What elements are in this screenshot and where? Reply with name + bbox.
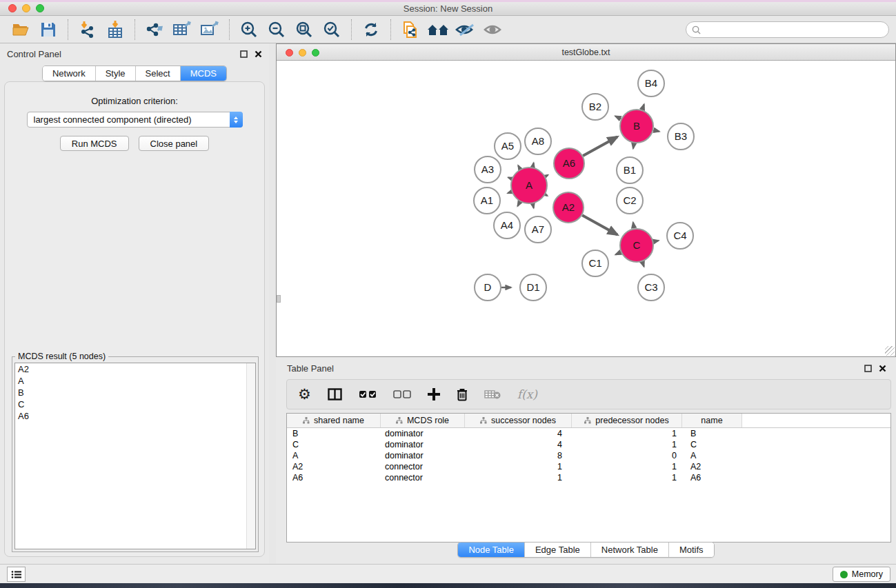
graph-node-A8[interactable]: A8 [525,128,551,154]
graph-edge-B-B3[interactable] [653,130,659,132]
zoom-fit-button[interactable] [290,18,318,41]
column-header-name[interactable]: name [682,414,742,427]
graph-edge-C-C3[interactable] [642,262,644,267]
graph-node-A1[interactable]: A1 [474,187,500,214]
graph-edge-A-A6[interactable] [546,175,548,176]
graph-edge-A-A3[interactable] [508,177,512,179]
graph-node-D1[interactable]: D1 [520,274,546,301]
tab-edge-table[interactable]: Edge Table [525,543,591,557]
column-header-MCDS-role[interactable]: MCDS role [381,414,465,427]
graph-edge-A-A8[interactable] [532,163,533,167]
window-resize-grip[interactable] [885,346,895,356]
unselect-all-columns-icon[interactable] [393,390,411,398]
graph-node-C2[interactable]: C2 [617,187,643,214]
graph-node-B2[interactable]: B2 [582,94,608,120]
graph-node-D[interactable]: D [475,274,501,301]
graph-node-A[interactable]: A [511,168,547,203]
result-list-item[interactable]: C [15,398,255,410]
table-row[interactable]: A2connector11A2 [287,461,890,472]
result-list-item[interactable]: A2 [15,363,255,375]
result-list-item[interactable]: B [15,387,255,398]
graph-edge-A-A1[interactable] [508,192,511,193]
criterion-dropdown[interactable]: largest connected component (directed) [27,112,243,128]
refresh-button[interactable] [357,18,385,41]
network-graph[interactable]: B4B2BB3B1C2A5A8A6A3AA1A2A4A7CC4C1C3DD1 [277,61,895,356]
table-row[interactable]: Adominator80A [287,450,890,461]
delete-column-icon[interactable] [457,388,468,401]
graph-edge-B-B1[interactable] [633,143,634,149]
graph-node-C4[interactable]: C4 [667,223,693,249]
table-row[interactable]: Cdominator41C [287,439,890,450]
search-input[interactable] [704,25,888,34]
graph-node-A6[interactable]: A6 [554,148,584,179]
canvas-left-handle[interactable] [277,295,281,303]
graph-node-A4[interactable]: A4 [494,212,520,239]
search-box[interactable] [686,21,889,38]
graph-edge-A2-C[interactable] [582,215,617,234]
save-session-button[interactable] [34,18,62,41]
result-list-scrollbar[interactable] [246,363,255,549]
result-list-item[interactable]: A [15,375,255,387]
node-table[interactable]: shared nameMCDS rolesuccessor nodesprede… [286,413,891,543]
graph-node-A2[interactable]: A2 [553,192,584,223]
table-settings-gear-icon[interactable]: ⚙ [298,387,311,401]
graph-edge-B-B4[interactable] [642,104,644,110]
graph-edge-A-A2[interactable] [546,194,548,196]
graph-node-A3[interactable]: A3 [475,156,501,183]
graph-edge-A6-B[interactable] [583,136,617,155]
run-mcds-button[interactable]: Run MCDS [60,136,129,151]
graph-edge-C-C4[interactable] [653,241,658,242]
export-network-button[interactable] [141,18,168,41]
mcds-result-list[interactable]: A2ABCA6 [14,363,256,549]
import-network-button[interactable] [74,18,101,41]
graph-edge-B-B2[interactable] [615,116,621,119]
column-header-shared-name[interactable]: shared name [287,414,381,427]
tab-motifs[interactable]: Motifs [669,543,714,557]
add-column-icon[interactable] [428,388,440,401]
tab-network[interactable]: Network [43,66,96,81]
graph-node-C3[interactable]: C3 [638,274,664,301]
memory-button[interactable]: Memory [833,567,890,582]
export-table-button[interactable] [168,18,196,41]
graph-node-A7[interactable]: A7 [525,216,551,243]
show-all-button[interactable] [479,18,507,41]
zoom-out-button[interactable] [263,18,290,41]
close-table-panel-icon[interactable] [879,365,886,372]
network-window-titlebar[interactable]: testGlobe.txt [277,44,895,61]
graph-node-C[interactable]: C [620,229,653,262]
graph-edge-C-C1[interactable] [615,252,621,254]
open-session-button[interactable] [7,18,34,41]
graph-edge-A-A4[interactable] [517,202,519,206]
graph-node-B[interactable]: B [620,110,653,143]
float-table-panel-icon[interactable] [864,365,872,372]
tab-select[interactable]: Select [136,66,181,81]
graph-node-B3[interactable]: B3 [668,123,694,150]
close-panel-button[interactable]: Close panel [139,136,210,151]
tab-network-table[interactable]: Network Table [591,543,669,557]
close-panel-icon[interactable] [255,50,262,58]
export-image-button[interactable] [196,18,223,41]
graph-node-B4[interactable]: B4 [638,70,664,97]
graph-node-A5[interactable]: A5 [495,133,521,159]
zoom-in-button[interactable] [235,18,263,41]
graph-node-B1[interactable]: B1 [617,157,643,183]
column-header-predecessor-nodes[interactable]: predecessor nodes [572,414,682,427]
table-row[interactable]: Bdominator41B [287,428,890,439]
zoom-selected-button[interactable] [318,18,346,41]
graph-node-C1[interactable]: C1 [582,250,608,276]
column-header-successor-nodes[interactable]: successor nodes [465,414,572,427]
table-row[interactable]: A6connector11A6 [287,472,890,483]
tab-mcds[interactable]: MCDS [181,66,226,81]
select-all-columns-icon[interactable] [359,390,377,398]
graph-edge-A-A5[interactable] [518,165,520,169]
network-canvas[interactable]: B4B2BB3B1C2A5A8A6A3AA1A2A4A7CC4C1C3DD1 [277,61,895,356]
hide-selected-button[interactable] [452,18,479,41]
tab-node-table[interactable]: Node Table [458,543,525,557]
graph-edge-C-C2[interactable] [633,223,634,229]
float-panel-icon[interactable] [240,50,248,58]
first-neighbors-button[interactable] [424,18,452,41]
duplicate-network-button[interactable] [397,18,424,41]
split-view-icon[interactable] [328,388,342,401]
tab-style[interactable]: Style [96,66,136,81]
task-history-button[interactable] [7,567,26,582]
